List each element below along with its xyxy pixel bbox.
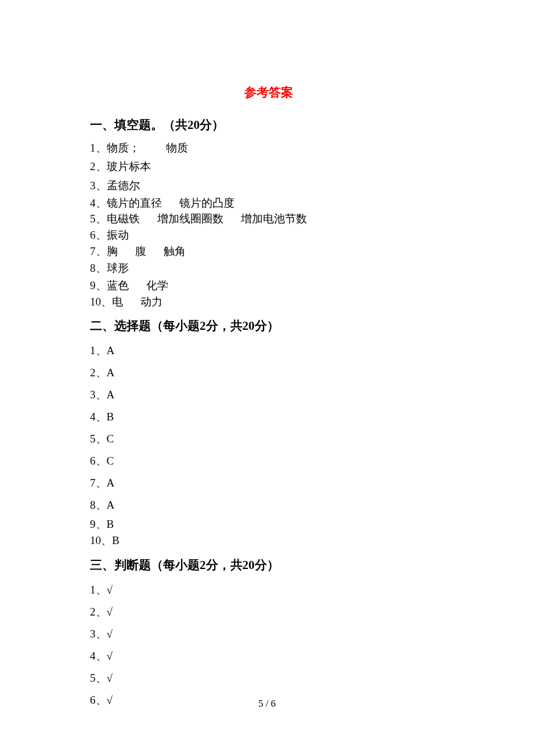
answer-1-4-part2: 镜片的凸度 bbox=[179, 197, 234, 209]
answer-1-6: 6、振动 bbox=[90, 227, 447, 243]
answer-2-10: 10、B bbox=[90, 532, 447, 549]
answer-1-1-part1: 1、物质； bbox=[90, 142, 140, 154]
answer-2-2: 2、A bbox=[90, 362, 447, 384]
answer-2-4: 4、B bbox=[90, 406, 447, 428]
answer-1-9-part1: 9、蓝色 bbox=[90, 279, 129, 291]
answer-3-2: 2、√ bbox=[90, 601, 447, 623]
answer-3-4: 4、√ bbox=[90, 645, 447, 667]
answer-1-4: 4、镜片的直径镜片的凸度 bbox=[90, 195, 447, 211]
answer-3-1: 1、√ bbox=[90, 579, 447, 601]
answer-1-5-part2: 增加线圈圈数 bbox=[157, 213, 223, 225]
answer-2-3: 3、A bbox=[90, 384, 447, 406]
answer-2-1: 1、A bbox=[90, 340, 447, 362]
section-3-header: 三、判断题（每小题2分，共20分） bbox=[90, 557, 447, 573]
answer-1-5: 5、电磁铁增加线圈圈数增加电池节数 bbox=[90, 211, 447, 227]
answer-1-8: 8、球形 bbox=[90, 259, 447, 278]
answer-2-6: 6、C bbox=[90, 450, 447, 472]
page-number: 5 / 6 bbox=[0, 698, 534, 710]
answer-2-9: 9、B bbox=[90, 516, 447, 532]
answer-1-5-part3: 增加电池节数 bbox=[241, 213, 307, 225]
answer-1-7-part2: 腹 bbox=[135, 245, 146, 257]
answer-1-10: 10、电动力 bbox=[90, 294, 447, 310]
page-title: 参考答案 bbox=[90, 84, 447, 100]
answer-1-1: 1、物质；物质 bbox=[90, 139, 447, 157]
answer-1-3: 3、孟德尔 bbox=[90, 177, 447, 195]
section-1-header: 一、填空题。（共20分） bbox=[90, 117, 447, 133]
answer-1-7-part3: 触角 bbox=[164, 245, 186, 257]
answer-1-9-part2: 化学 bbox=[146, 279, 168, 291]
answer-3-3: 3、√ bbox=[90, 623, 447, 645]
answer-1-7: 7、胸腹触角 bbox=[90, 243, 447, 260]
answer-1-4-part1: 4、镜片的直径 bbox=[90, 197, 162, 209]
answer-1-5-part1: 5、电磁铁 bbox=[90, 213, 140, 225]
answer-1-1-part2: 物质 bbox=[166, 142, 188, 154]
section-2-header: 二、选择题（每小题2分，共20分） bbox=[90, 318, 447, 334]
answer-2-7: 7、A bbox=[90, 472, 447, 494]
answer-2-5: 5、C bbox=[90, 428, 447, 450]
answer-2-8: 8、A bbox=[90, 494, 447, 516]
answer-1-2: 2、玻片标本 bbox=[90, 157, 447, 176]
answer-1-10-part2: 动力 bbox=[140, 296, 163, 308]
answer-1-9: 9、蓝色化学 bbox=[90, 278, 447, 294]
answer-1-7-part1: 7、胸 bbox=[90, 245, 118, 257]
answer-1-10-part1: 10、电 bbox=[90, 296, 123, 308]
answer-3-5: 5、√ bbox=[90, 667, 447, 689]
